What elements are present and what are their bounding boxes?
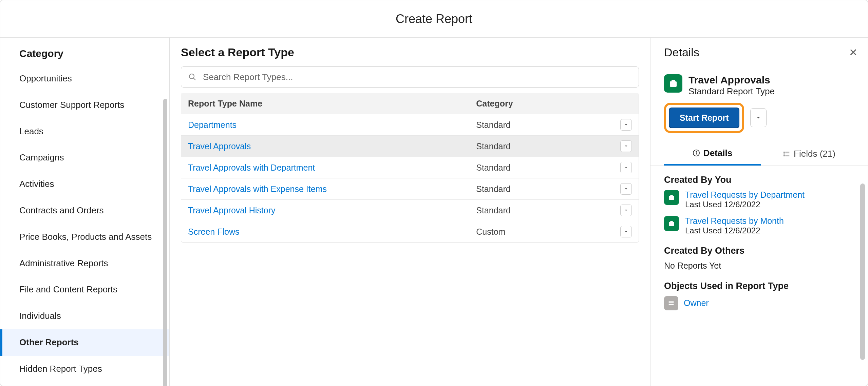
table-body: DepartmentsStandardTravel ApprovalsStand… [181, 114, 639, 242]
details-panel: Details ✕ Travel Approvals Standard Repo… [650, 38, 868, 386]
report-meta: Last Used 12/6/2022 [685, 226, 784, 235]
object-link[interactable]: Owner [684, 298, 709, 308]
svg-line-1 [193, 78, 195, 80]
row-actions-button[interactable] [620, 162, 632, 173]
svg-rect-15 [669, 222, 674, 226]
svg-point-6 [696, 151, 697, 152]
sidebar-item[interactable]: Price Books, Products and Assets [0, 224, 169, 250]
created-by-others-empty: No Reports Yet [664, 261, 857, 271]
table-row[interactable]: Travel Approvals with DepartmentStandard [181, 157, 639, 178]
sidebar-item[interactable]: Contracts and Orders [0, 197, 169, 224]
search-icon [188, 73, 196, 81]
object-item: Owner [664, 296, 857, 310]
svg-rect-16 [670, 221, 673, 222]
tab-fields[interactable]: Fields (21) [761, 143, 857, 166]
report-item: Travel Requests by MonthLast Used 12/6/2… [664, 216, 857, 235]
report-type-link[interactable]: Travel Approvals with Department [188, 163, 315, 172]
row-actions-button[interactable] [620, 205, 632, 216]
search-wrap [181, 66, 639, 88]
table-row[interactable]: Travel Approvals with Expense ItemsStand… [181, 178, 639, 200]
sidebar-title: Category [0, 48, 169, 65]
table-row[interactable]: Screen FlowsCustom [181, 221, 639, 242]
svg-point-10 [784, 152, 785, 152]
report-icon [664, 190, 679, 205]
report-type-subtitle: Standard Report Type [688, 86, 775, 97]
sidebar-item[interactable]: Administrative Reports [0, 250, 169, 277]
details-divider [650, 68, 868, 68]
report-type-category: Standard [469, 179, 606, 199]
details-header: Details ✕ [664, 46, 857, 59]
report-type-link[interactable]: Screen Flows [188, 227, 239, 236]
sidebar-item[interactable]: Hidden Report Types [0, 356, 169, 382]
svg-point-11 [784, 154, 785, 154]
create-report-modal: Create Report Category OpportunitiesCust… [0, 0, 868, 386]
svg-rect-3 [672, 80, 675, 82]
report-link[interactable]: Travel Requests by Month [685, 216, 784, 226]
table-row[interactable]: DepartmentsStandard [181, 114, 639, 136]
report-type-category: Standard [469, 201, 606, 220]
report-type-panel: Select a Report Type Report Type Name Ca… [170, 38, 650, 386]
close-details-button[interactable]: ✕ [849, 47, 857, 58]
report-icon [664, 216, 679, 231]
report-type-link[interactable]: Travel Approvals with Expense Items [188, 184, 327, 194]
col-header-name: Report Type Name [181, 93, 469, 114]
section-created-by-you: Created By You Travel Requests by Depart… [664, 175, 857, 235]
details-scrollbar[interactable] [860, 184, 865, 360]
svg-point-12 [784, 155, 785, 156]
start-highlight: Start Report [664, 103, 744, 133]
sidebar-item[interactable]: File and Content Reports [0, 276, 169, 303]
report-link[interactable]: Travel Requests by Department [685, 190, 805, 199]
modal-body: Category OpportunitiesCustomer Support R… [0, 38, 868, 386]
start-row: Start Report [664, 103, 857, 133]
created-by-you-list: Travel Requests by DepartmentLast Used 1… [664, 190, 857, 235]
category-sidebar: Category OpportunitiesCustomer Support R… [0, 38, 170, 386]
objects-title: Objects Used in Report Type [664, 281, 857, 291]
sidebar-scrollbar[interactable] [163, 99, 167, 386]
table-header: Report Type Name Category [181, 93, 639, 114]
row-actions-button[interactable] [620, 140, 632, 152]
sidebar-item[interactable]: Activities [0, 171, 169, 197]
sidebar-item[interactable]: Opportunities [0, 65, 169, 92]
report-type-table: Report Type Name Category DepartmentsSta… [181, 93, 639, 243]
main-title: Select a Report Type [181, 46, 639, 59]
report-type-link[interactable]: Departments [188, 120, 237, 130]
search-input[interactable] [181, 66, 639, 88]
category-list: OpportunitiesCustomer Support ReportsLea… [0, 65, 169, 383]
row-actions-button[interactable] [620, 183, 632, 195]
modal-title: Create Report [396, 12, 472, 26]
list-icon [783, 150, 790, 158]
section-created-by-others: Created By Others No Reports Yet [664, 246, 857, 271]
table-row[interactable]: Travel Approval HistoryStandard [181, 200, 639, 221]
sidebar-item[interactable]: Customer Support Reports [0, 92, 169, 118]
report-type-category: Standard [469, 158, 606, 177]
col-header-actions [607, 93, 639, 114]
objects-list: Owner [664, 296, 857, 310]
sidebar-item[interactable]: Leads [0, 118, 169, 145]
report-type-category: Custom [469, 222, 606, 242]
report-type-link[interactable]: Travel Approval History [188, 206, 276, 215]
start-report-dropdown[interactable] [750, 108, 767, 127]
created-by-you-title: Created By You [664, 175, 857, 185]
info-icon [693, 149, 700, 157]
start-report-button[interactable]: Start Report [669, 108, 739, 128]
report-type-name: Travel Approvals [688, 74, 775, 86]
details-tabs: Details Fields (21) [650, 143, 868, 166]
sidebar-item[interactable]: Individuals [0, 303, 169, 329]
report-item: Travel Requests by DepartmentLast Used 1… [664, 190, 857, 209]
svg-rect-2 [670, 81, 677, 87]
row-actions-button[interactable] [620, 226, 632, 237]
tab-details-label: Details [703, 148, 732, 158]
details-title: Details [664, 46, 699, 59]
svg-rect-14 [670, 195, 673, 196]
sidebar-item[interactable]: Other Reports [0, 329, 169, 356]
report-type-category: Standard [469, 115, 606, 135]
report-type-icon [664, 74, 682, 93]
report-type-link[interactable]: Travel Approvals [188, 141, 251, 151]
col-header-category: Category [469, 93, 606, 114]
row-actions-button[interactable] [620, 119, 632, 131]
table-row[interactable]: Travel ApprovalsStandard [181, 136, 639, 157]
svg-rect-13 [669, 196, 674, 200]
sidebar-item[interactable]: Campaigns [0, 144, 169, 171]
report-type-header: Travel Approvals Standard Report Type [664, 74, 857, 97]
tab-details[interactable]: Details [664, 143, 761, 166]
